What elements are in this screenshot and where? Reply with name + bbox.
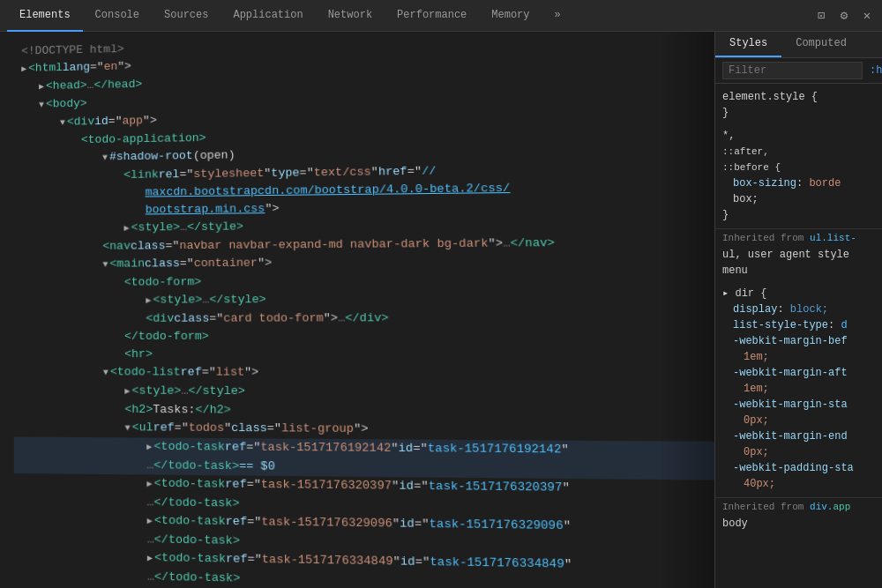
css-rule-ul-agent: ul, user agent style menu bbox=[715, 245, 882, 280]
triangle-todolist[interactable]: ▼ bbox=[103, 365, 108, 381]
css-rule-element-style: element.style { } bbox=[715, 87, 882, 123]
tab-sources[interactable]: Sources bbox=[152, 0, 220, 32]
dock-icon[interactable]: ⊡ bbox=[813, 8, 829, 24]
dom-line-todo-list[interactable]: ▼ <todo-list ref="list"> bbox=[14, 363, 714, 383]
tab-memory[interactable]: Memory bbox=[479, 0, 542, 32]
tab-performance[interactable]: Performance bbox=[385, 0, 479, 32]
triangle-style1[interactable]: ▶ bbox=[123, 221, 129, 237]
triangle-task2[interactable]: ▶ bbox=[146, 476, 152, 493]
dom-line-close-todoform[interactable]: </todo-form> bbox=[14, 327, 714, 346]
tab-console[interactable]: Console bbox=[83, 0, 152, 32]
close-icon[interactable]: ✕ bbox=[859, 8, 875, 24]
tab-styles[interactable]: Styles bbox=[715, 32, 781, 57]
triangle-style3[interactable]: ▶ bbox=[124, 383, 130, 399]
triangle-html[interactable]: ▶ bbox=[21, 62, 26, 78]
styles-panel: Styles Computed :hov element.style { } *… bbox=[714, 32, 882, 588]
tab-network[interactable]: Network bbox=[316, 0, 385, 32]
triangle-task1[interactable]: ▶ bbox=[146, 440, 152, 456]
styles-tabs: Styles Computed bbox=[715, 32, 882, 58]
tab-computed[interactable]: Computed bbox=[781, 32, 861, 57]
css-panel: element.style { } *, ::after, ::before {… bbox=[715, 84, 882, 588]
triangle-main[interactable]: ▼ bbox=[102, 257, 108, 273]
triangle-task3[interactable]: ▶ bbox=[147, 513, 153, 530]
toolbar-actions: ⊡ ⚙ ✕ bbox=[813, 8, 875, 24]
dom-line-hr[interactable]: <hr> bbox=[14, 346, 714, 364]
dom-line-style2[interactable]: ▶ <style>…</style> bbox=[14, 289, 714, 310]
inherited-label-ul: Inherited from ul.list- bbox=[715, 228, 882, 245]
tab-application[interactable]: Application bbox=[220, 0, 315, 32]
filter-input[interactable] bbox=[722, 62, 863, 79]
inherited-label-div: Inherited from div.app bbox=[715, 497, 882, 514]
tab-more[interactable]: » bbox=[542, 0, 573, 32]
main-layout: <!DOCTYPE html> ▶ <html lang="en"> ▶ <he… bbox=[0, 32, 882, 588]
triangle-ul[interactable]: ▼ bbox=[124, 421, 130, 436]
filter-bar: :hov bbox=[715, 58, 882, 84]
filter-hov[interactable]: :hov bbox=[870, 64, 882, 77]
triangle-head[interactable]: ▶ bbox=[39, 79, 44, 95]
devtools-toolbar: Elements Console Sources Application Net… bbox=[0, 0, 882, 32]
css-rule-body: body bbox=[715, 514, 882, 533]
dom-line-div-card[interactable]: <div class="card todo-form">…</div> bbox=[14, 309, 714, 328]
css-rule-star: *, ::after, ::before { box-sizing: borde… bbox=[715, 126, 882, 225]
css-rule-dir: ▸ dir { display: block; list-style-type:… bbox=[715, 284, 882, 494]
triangle-body[interactable]: ▼ bbox=[39, 98, 44, 114]
dom-panel: <!DOCTYPE html> ▶ <html lang="en"> ▶ <he… bbox=[0, 32, 714, 588]
triangle-style2[interactable]: ▶ bbox=[146, 294, 151, 309]
tab-elements[interactable]: Elements bbox=[7, 0, 83, 32]
triangle-div-app[interactable]: ▼ bbox=[60, 115, 65, 131]
triangle-task4[interactable]: ▶ bbox=[147, 551, 153, 568]
settings-icon[interactable]: ⚙ bbox=[836, 8, 852, 24]
triangle-shadow[interactable]: ▼ bbox=[102, 151, 108, 167]
